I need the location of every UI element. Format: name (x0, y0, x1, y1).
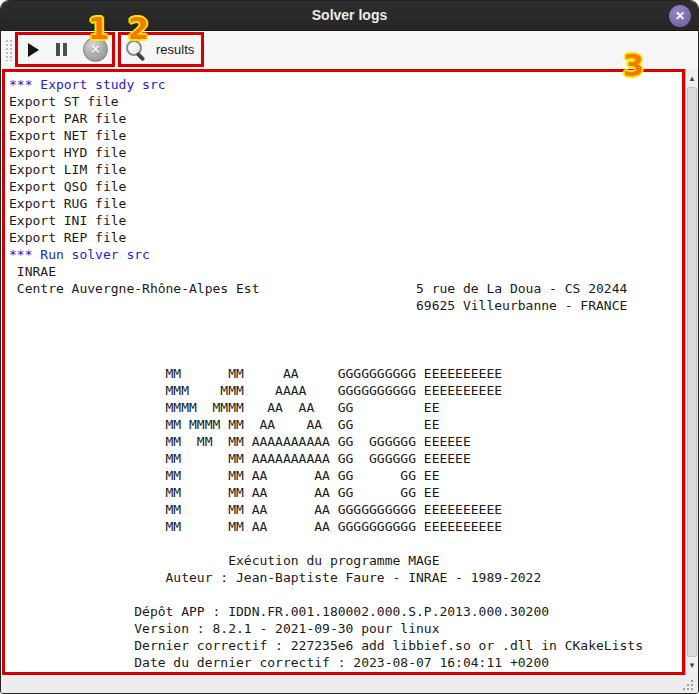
log-line: Export REP file (9, 229, 682, 246)
log-line: Exécution du programme MAGE (9, 552, 682, 569)
annotation-box-3: *** Export study srcExport ST fileExport… (2, 69, 685, 675)
arrow-up-icon: ▴ (690, 74, 695, 83)
log-line: INRAE (9, 263, 682, 280)
log-line: MM MM AA GGGGGGGGGG EEEEEEEEEE (9, 365, 682, 382)
log-line (9, 331, 682, 348)
scroll-up-button[interactable]: ▴ (686, 71, 698, 86)
vertical-scrollbar[interactable]: ▴ ▾ (685, 69, 698, 675)
log-line: Export PAR file (9, 110, 682, 127)
log-line (9, 314, 682, 331)
log-line: MMMM MMMM AA AA GG EE (9, 399, 682, 416)
log-line: Export QSO file (9, 178, 682, 195)
log-line: MM MM AA AA GGGGGGGGGG EEEEEEEEEE (9, 501, 682, 518)
pause-icon (56, 43, 60, 56)
log-line: Export ST file (9, 93, 682, 110)
log-line: Export RUG file (9, 195, 682, 212)
log-line: MM MM AA AA GG GG EE (9, 467, 682, 484)
close-icon: ✕ (675, 9, 685, 23)
log-line (9, 586, 682, 603)
solver-logs-window: Solver logs ✕ ✕ results 1 2 3 *** Export… (0, 0, 699, 694)
log-line (9, 348, 682, 365)
log-line: Date du dernier correctif : 2023-08-07 1… (9, 654, 682, 671)
annotation-label-2: 2 (128, 11, 149, 46)
close-button[interactable]: ✕ (669, 5, 691, 27)
log-line (9, 535, 682, 552)
play-icon (28, 43, 39, 57)
log-line: Centre Auvergne-Rhône-Alpes Est 5 rue de… (9, 280, 682, 297)
resize-grip[interactable] (683, 680, 685, 682)
annotation-label-3: 3 (623, 48, 644, 83)
log-line: MM MM MM AAAAAAAAAA GG GGGGGG EEEEEE (9, 433, 682, 450)
log-line: *** Run solver src (9, 246, 682, 263)
status-bar (1, 675, 698, 694)
log-line: Dépôt APP : IDDN.FR.001.180002.000.S.P.2… (9, 603, 682, 620)
pause-solver-button[interactable] (56, 43, 67, 56)
arrow-down-icon: ▾ (690, 661, 695, 670)
results-label: results (156, 42, 194, 57)
log-line: MM MM AAAAAAAAAA GG GGGGGG EEEEEE (9, 450, 682, 467)
log-line: 69625 Villeurbanne - FRANCE (9, 297, 682, 314)
log-line: *** Export study src (9, 76, 682, 93)
log-line: Export NET file (9, 127, 682, 144)
log-line: MM MMMM MM AA AA GG EE (9, 416, 682, 433)
log-line: Auteur : Jean-Baptiste Faure - INRAE - 1… (9, 569, 682, 586)
log-line: MM MM AA AA GG GG EE (9, 484, 682, 501)
toolbar-drag-handle[interactable] (5, 39, 13, 61)
log-line: MM MM AA AA GGGGGGGGGG EEEEEEEEEE (9, 518, 682, 535)
log-line: Export INI file (9, 212, 682, 229)
log-line: Dernier correctif : 227235e6 add libbief… (9, 637, 682, 654)
scroll-down-button[interactable]: ▾ (686, 658, 698, 673)
solver-log-text[interactable]: *** Export study srcExport ST fileExport… (5, 72, 682, 671)
run-solver-button[interactable] (28, 43, 39, 57)
annotation-label-1: 1 (88, 11, 109, 46)
log-line: MMM MMM AAAA GGGGGGGGGG EEEEEEEEEE (9, 382, 682, 399)
log-line: Export HYD file (9, 144, 682, 161)
log-line: Export LIM file (9, 161, 682, 178)
scrollbar-thumb[interactable] (687, 87, 697, 657)
log-line: Version : 8.2.1 - 2021-09-30 pour linux (9, 620, 682, 637)
